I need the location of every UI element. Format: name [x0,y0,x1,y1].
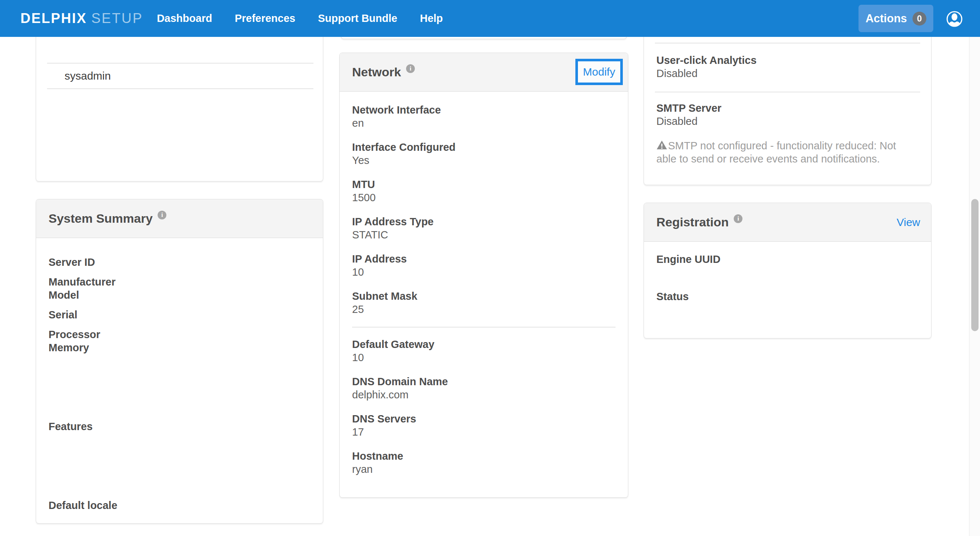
field-label-dns-servers: DNS Servers [352,412,616,425]
field-label-user-click-analytics: User-click Analytics [656,54,919,67]
registration-field: Status [656,290,919,316]
field-value-dns-servers: 17 [352,425,616,439]
field-value-network-interface: en [352,116,616,129]
network-field: Hostname ryan [352,450,616,476]
field-label-default-gateway: Default Gateway [352,338,616,351]
field-value-dns-domain-name: delphix.com [352,388,616,401]
field-value-hostname: ryan [352,463,616,476]
top-nav-bar: DELPHIX SETUP Dashboard Preferences Supp… [0,0,980,37]
scrollbar-track[interactable] [969,37,980,536]
nav-item-dashboard[interactable]: Dashboard [157,13,212,24]
registration-header: Registration i View [644,203,931,242]
field-label-server-id: Server ID [49,255,310,269]
system-summary-body: Server ID Manufacturer Model Serial Proc… [36,238,323,512]
field-label-smtp-server: SMTP Server [656,102,919,115]
network-field: DNS Servers 17 [352,412,616,439]
system-summary-title: System Summary [49,211,153,226]
smtp-warning-text: SMTP not configured - functionality redu… [656,140,896,165]
field-value-default-gateway: 10 [352,351,616,364]
field-label-hostname: Hostname [352,450,616,463]
row-divider [655,43,920,43]
registration-card: Registration i View Engine UUID Status [644,203,931,338]
row-divider [655,92,920,93]
info-icon[interactable]: i [406,64,415,73]
scrollbar-thumb[interactable] [971,199,978,331]
info-icon[interactable]: i [734,214,743,223]
smtp-warning: SMTP not configured - functionality redu… [656,139,916,165]
field-value-subnet-mask: 25 [352,303,616,316]
field-value-user-click-analytics: Disabled [656,67,919,80]
network-card: Network i Modify Network Interface en In… [339,53,628,498]
field-label-ip-address: IP Address [352,252,616,265]
field-label-model: Model [49,289,310,302]
network-field: IP Address 10 [352,252,616,279]
network-field: Network Interface en [352,103,616,129]
logo-primary: DELPHIX [21,11,87,26]
system-summary-card: System Summary i Server ID Manufacturer … [36,199,323,523]
smtp-field: SMTP Server Disabled [656,102,919,128]
registration-view-link[interactable]: View [897,216,920,228]
field-value-smtp-server: Disabled [656,115,919,128]
registration-body: Engine UUID Status [644,242,931,316]
network-field: Interface Configured Yes [352,140,616,167]
field-label-mtu: MTU [352,178,616,191]
field-value-engine-uuid [656,266,919,279]
warning-icon [656,140,667,150]
user-avatar-icon[interactable] [946,11,963,27]
field-label-dns-domain-name: DNS Domain Name [352,375,616,388]
logo-secondary: SETUP [91,11,143,26]
network-modify-button[interactable]: Modify [575,59,623,85]
delphix-setup-logo: DELPHIX SETUP [21,11,143,26]
nav-item-support-bundle[interactable]: Support Bundle [318,13,397,24]
system-summary-header: System Summary i [36,199,323,238]
field-label-memory: Memory [49,341,310,354]
nav-item-help[interactable]: Help [420,13,443,24]
network-header: Network i Modify [340,53,628,92]
actions-button[interactable]: Actions 0 [859,5,933,32]
field-label-status: Status [656,290,919,303]
field-value-status [656,303,919,316]
network-field: IP Address Type STATIC [352,215,616,241]
network-field: DNS Domain Name delphix.com [352,375,616,401]
field-label-features: Features [49,420,310,433]
actions-button-label: Actions [865,12,907,25]
field-label-serial: Serial [49,308,310,321]
network-title: Network [352,65,401,79]
field-label-subnet-mask: Subnet Mask [352,290,616,303]
registration-field: Engine UUID [656,253,919,279]
field-label-processor: Processor [49,328,310,341]
nav-item-preferences[interactable]: Preferences [235,13,295,24]
network-field: Default Gateway 10 [352,338,616,364]
field-label-network-interface: Network Interface [352,103,616,116]
network-body: Network Interface en Interface Configure… [340,92,628,476]
network-field: MTU 1500 [352,178,616,204]
field-label-engine-uuid: Engine UUID [656,253,919,266]
actions-count-badge: 0 [913,12,926,26]
field-label-interface-configured: Interface Configured [352,140,616,154]
registration-title: Registration [656,215,729,229]
network-section-divider [352,327,616,327]
analytics-field: User-click Analytics Disabled [656,54,919,80]
user-list-item-sysadmin[interactable]: sysadmin [47,63,313,89]
network-field: Subnet Mask 25 [352,290,616,316]
nav-menu: Dashboard Preferences Support Bundle Hel… [157,13,443,24]
field-label-manufacturer: Manufacturer [49,275,310,289]
field-value-interface-configured: Yes [352,154,616,167]
field-label-default-locale: Default locale [49,499,310,512]
field-value-ip-address-type: STATIC [352,228,616,241]
info-icon[interactable]: i [158,211,166,219]
delphix-setup-dashboard: sysadmin System Summary i Server ID Manu… [0,0,980,536]
field-value-ip-address: 10 [352,265,616,279]
user-name: sysadmin [65,70,111,82]
field-label-ip-address-type: IP Address Type [352,215,616,228]
field-value-mtu: 1500 [352,191,616,204]
